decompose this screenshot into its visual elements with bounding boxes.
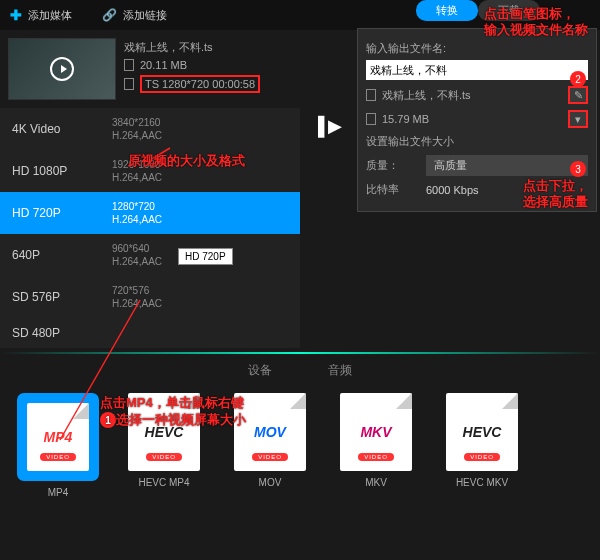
- bottom-tabs: 设备 音频: [0, 354, 600, 387]
- format-row: MP4VIDEOMP4HEVCVIDEOHEVC MP4MOVVIDEOMOVM…: [0, 387, 600, 504]
- resolution-list: 4K Video3840*2160H.264,AACHD 1080P1920*1…: [0, 108, 300, 348]
- quality-dropdown[interactable]: 高质量▾: [426, 155, 588, 176]
- tooltip: HD 720P: [178, 248, 233, 265]
- format-card[interactable]: MP4VIDEOMP4: [12, 393, 104, 498]
- badge-1: 1: [100, 412, 116, 428]
- resolution-option[interactable]: SD 576P720*576H.264,AAC: [0, 276, 300, 318]
- annotation-2: 点击画笔图标，输入视频文件名称: [484, 6, 588, 37]
- chevron-down-icon[interactable]: ▾: [568, 110, 588, 128]
- document-icon: [124, 59, 134, 71]
- resolution-option[interactable]: HD 720P1280*720H.264,AAC: [0, 192, 300, 234]
- output-name-label: 输入输出文件名:: [366, 41, 588, 56]
- video-thumbnail[interactable]: [8, 38, 116, 100]
- bitrate-value: 6000 Kbps: [426, 184, 479, 196]
- resolution-option[interactable]: SD 480P: [0, 318, 300, 348]
- badge-2: 2: [570, 71, 586, 87]
- document-icon: [366, 113, 376, 125]
- document-icon: [366, 89, 376, 101]
- tab-convert[interactable]: 转换: [416, 0, 478, 21]
- tab-device[interactable]: 设备: [240, 358, 280, 383]
- output-file-name: 戏精上线，不料.ts: [382, 88, 562, 103]
- annotation-3: 点击下拉，选择高质量: [523, 178, 588, 209]
- add-link-label: 添加链接: [123, 8, 167, 23]
- tab-audio[interactable]: 音频: [320, 358, 360, 383]
- plus-icon: ✚: [10, 7, 22, 23]
- output-size-label: 设置输出文件大小: [366, 134, 588, 149]
- quality-label: 质量：: [366, 158, 416, 173]
- add-link-button[interactable]: 🔗 添加链接: [102, 8, 167, 23]
- pencil-icon[interactable]: ✎: [568, 86, 588, 104]
- annotation-1: 原视频的大小及格式: [128, 152, 245, 170]
- link-icon: 🔗: [102, 8, 117, 22]
- add-media-button[interactable]: ✚ 添加媒体: [10, 7, 72, 23]
- annotation-4: 点击MP4，单击鼠标右键 1选择一种视频屏幕大小: [100, 395, 246, 429]
- badge-3: 3: [570, 161, 586, 177]
- bitrate-label: 比特率: [366, 182, 416, 197]
- output-name-input[interactable]: [366, 60, 588, 80]
- resolution-option[interactable]: 4K Video3840*2160H.264,AAC: [0, 108, 300, 150]
- arrow-icon: ▌▶: [318, 115, 339, 137]
- document-icon: [124, 78, 134, 90]
- output-file-size: 15.79 MB: [382, 113, 562, 125]
- format-card[interactable]: HEVCVIDEOHEVC MKV: [436, 393, 528, 498]
- file-size: 20.11 MB: [140, 59, 187, 71]
- format-card[interactable]: MKVVIDEOMKV: [330, 393, 422, 498]
- resolution-option[interactable]: 640P960*640H.264,AAC: [0, 234, 300, 276]
- file-spec: TS 1280*720 00:00:58: [140, 75, 260, 93]
- add-media-label: 添加媒体: [28, 8, 72, 23]
